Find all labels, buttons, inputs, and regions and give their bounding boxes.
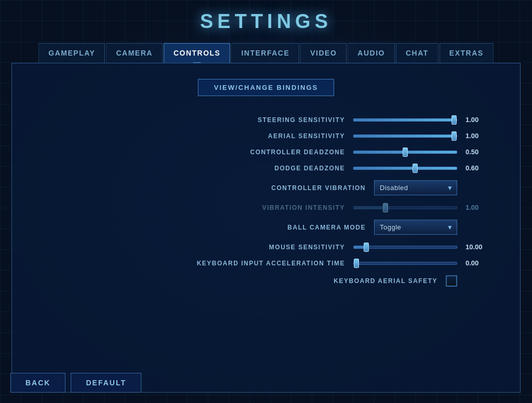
dodge-deadzone-slider[interactable] <box>353 167 457 170</box>
steering-sensitivity-label: STEERING SENSITIVITY <box>200 116 345 124</box>
tab-camera[interactable]: CAMERA <box>106 43 162 63</box>
back-button[interactable]: BACK <box>10 373 65 393</box>
mouse-sensitivity-label: MOUSE SENSITIVITY <box>200 244 345 251</box>
tab-gameplay[interactable]: GAMEPLAY <box>38 43 105 63</box>
tabs-row: GAMEPLAY CAMERA CONTROLS INTERFACE VIDEO… <box>38 43 493 63</box>
tab-video[interactable]: VIDEO <box>300 43 347 63</box>
keyboard-aerial-safety-checkbox[interactable] <box>446 275 457 287</box>
setting-row-vibration-intensity: VIBRATION INTENSITY 1.00 <box>43 199 489 216</box>
setting-row-steering-sensitivity: STEERING SENSITIVITY 1.00 <box>43 112 489 128</box>
controller-deadzone-value: 0.50 <box>466 148 489 156</box>
tab-chat[interactable]: CHAT <box>396 43 438 63</box>
keyboard-acceleration-slider[interactable] <box>353 262 457 265</box>
setting-row-dodge-deadzone: DODGE DEADZONE 0.60 <box>43 160 489 176</box>
default-button[interactable]: DEFAULT <box>71 373 141 393</box>
bottom-bar: BACK DEFAULT <box>10 373 141 393</box>
aerial-sensitivity-slider[interactable] <box>353 135 457 138</box>
ball-camera-mode-dropdown[interactable]: Toggle Hold <box>374 220 457 235</box>
mouse-sensitivity-slider[interactable] <box>353 246 457 249</box>
tab-interface[interactable]: INTERFACE <box>231 43 299 63</box>
dodge-deadzone-label: DODGE DEADZONE <box>200 165 345 172</box>
vibration-intensity-slider[interactable] <box>353 206 457 209</box>
steering-sensitivity-slider[interactable] <box>353 118 457 122</box>
tab-controls[interactable]: CONTROLS <box>164 43 231 63</box>
aerial-sensitivity-label: AERIAL SENSITIVITY <box>200 132 345 140</box>
controller-vibration-dropdown[interactable]: Disabled Enabled <box>374 180 457 195</box>
settings-area: STEERING SENSITIVITY 1.00 AERIAL SENSITI… <box>43 112 489 291</box>
setting-row-mouse-sensitivity: MOUSE SENSITIVITY 10.00 <box>43 239 489 255</box>
aerial-sensitivity-value: 1.00 <box>466 132 489 140</box>
vibration-intensity-value: 1.00 <box>466 204 489 211</box>
controller-vibration-dropdown-wrapper: Disabled Enabled ▼ <box>374 180 457 195</box>
page-title: SETTINGS <box>200 10 332 33</box>
dodge-deadzone-value: 0.60 <box>466 164 489 172</box>
setting-row-keyboard-acceleration: KEYBOARD INPUT ACCELERATION TIME 0.00 <box>43 255 489 271</box>
keyboard-acceleration-label: KEYBOARD INPUT ACCELERATION TIME <box>197 260 345 267</box>
tab-audio[interactable]: AUDIO <box>348 43 395 63</box>
setting-row-controller-vibration: CONTROLLER VIBRATION Disabled Enabled ▼ <box>43 176 489 199</box>
ball-camera-mode-dropdown-wrapper: Toggle Hold ▼ <box>374 220 457 235</box>
setting-row-keyboard-aerial-safety: KEYBOARD AERIAL SAFETY <box>43 271 489 291</box>
setting-row-controller-deadzone: CONTROLLER DEADZONE 0.50 <box>43 144 489 160</box>
keyboard-aerial-safety-label: KEYBOARD AERIAL SAFETY <box>292 277 437 285</box>
controller-vibration-label: CONTROLLER VIBRATION <box>220 184 366 192</box>
setting-row-aerial-sensitivity: AERIAL SENSITIVITY 1.00 <box>43 128 489 144</box>
keyboard-acceleration-value: 0.00 <box>466 259 489 267</box>
vibration-intensity-label: VIBRATION INTENSITY <box>200 204 345 211</box>
main-panel: VIEW/CHANGE BINDINGS STEERING SENSITIVIT… <box>11 63 521 393</box>
controller-deadzone-label: CONTROLLER DEADZONE <box>200 149 345 156</box>
steering-sensitivity-value: 1.00 <box>466 116 489 124</box>
ball-camera-mode-label: BALL CAMERA MODE <box>220 224 366 231</box>
setting-row-ball-camera-mode: BALL CAMERA MODE Toggle Hold ▼ <box>43 216 489 239</box>
view-change-bindings-button[interactable]: VIEW/CHANGE BINDINGS <box>198 79 334 96</box>
tab-extras[interactable]: EXTRAS <box>440 43 494 63</box>
mouse-sensitivity-value: 10.00 <box>466 243 489 251</box>
controller-deadzone-slider[interactable] <box>353 151 457 154</box>
